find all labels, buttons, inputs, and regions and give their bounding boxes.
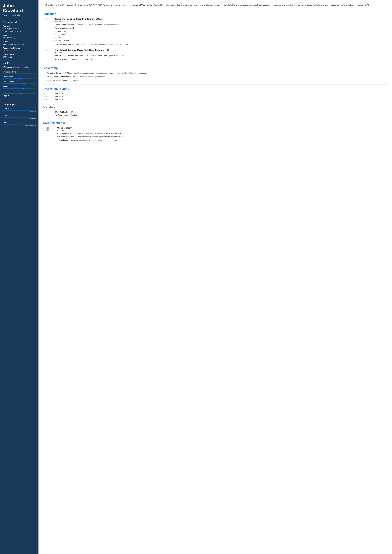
skill-item-0: Written and oral communication	[3, 66, 36, 69]
lang-item-2: GermanConversational	[3, 121, 36, 126]
award-year-2017: 2017	[42, 92, 51, 94]
skill-bar-bg-6	[3, 98, 36, 98]
skill-item-5: SQL	[3, 90, 36, 94]
lang-level-1: Advanced	[3, 118, 36, 119]
edu-activities-2015: Activities: Member, Athletics team Grade…	[55, 58, 388, 61]
work-date-1: 2015-06 -2015-09	[42, 127, 54, 142]
skill-bar-fill-5	[3, 93, 20, 94]
phone-label: Phone	[3, 34, 36, 36]
address-line1: 405 Hilgard Avenue	[3, 28, 36, 30]
skill-bar-bg-4	[3, 88, 36, 89]
skill-bar-fill-6	[3, 98, 23, 98]
lang-bar-bg-0	[3, 110, 36, 111]
work-job-title-1: Website Intern	[57, 127, 388, 129]
lang-item-1: SpanishAdvanced	[3, 114, 36, 119]
skill-bar-dot-2	[19, 78, 21, 79]
full-name: John Crawford	[3, 3, 36, 13]
skill-bar-fill-1	[3, 74, 26, 74]
leadership-item-1: Managing Editor at MindBuzz—an online ma…	[44, 72, 388, 75]
fav-item-3: Statistics	[55, 36, 388, 39]
work-bullet-1: Supported the optimization and revamping…	[57, 132, 388, 135]
divider-education	[42, 10, 388, 10]
address-line2: Los Angeles, CA 90095	[3, 30, 36, 33]
societies-title: Societies	[42, 106, 388, 109]
award-year-2015: 2015	[42, 98, 51, 100]
fav-item-1: Anthropology	[55, 30, 388, 33]
society-2: Phi Theta Kappa—Member	[42, 114, 388, 116]
education-entry-2015: 2015 High School Diploma, Myers Park Hig…	[42, 49, 388, 61]
award-2015: 2015 Dean's List	[42, 98, 388, 100]
education-title: Education	[42, 12, 388, 16]
skill-item-4: JavaScript	[3, 85, 36, 89]
lang-bar-bg-1	[3, 117, 36, 118]
leadership-item-2: Co-organizer and moderator—science-ficti…	[44, 75, 388, 78]
lang-level-0: Bilingual	[3, 111, 36, 112]
skill-item-1: Problem-solving	[3, 71, 36, 74]
work-company-1: FYI.com	[57, 129, 388, 132]
lang-bar-fill-2	[3, 124, 15, 125]
email-label: E-mail	[3, 41, 36, 43]
award-year-2016: 2016	[42, 95, 51, 97]
skills-section: Skills Written and oral communicationPro…	[0, 60, 38, 101]
skill-bar-dot-1	[26, 74, 28, 74]
work-bullets-1: Supported the optimization and revamping…	[57, 132, 388, 142]
award-val-2015: Dean's List	[55, 98, 63, 100]
lang-name-2: German	[3, 121, 36, 123]
job-title: Cognitive Scientist	[3, 14, 36, 16]
lang-bar-fill-1	[3, 117, 20, 118]
leadership-list: Managing Editor at MindBuzz—an online ma…	[44, 72, 388, 82]
edu-thesis-2017: Thesis title: Scientific Hypotheses as t…	[55, 23, 388, 26]
lang-level-2: Conversational	[3, 125, 36, 126]
skill-name-5: SQL	[3, 90, 36, 92]
edu-fav-list-2017: Anthropology Linguistics Statistics Comm…	[55, 30, 388, 42]
skill-bar-bg-2	[3, 78, 36, 79]
skill-bar-bg-5	[3, 93, 36, 94]
work-bullet-3: Conducted A/B testing: formulated hypoth…	[57, 139, 388, 142]
lang-bar-bg-2	[3, 124, 36, 125]
work-title: Work Experience	[42, 121, 388, 125]
skills-list: Written and oral communicationProblem-so…	[3, 66, 36, 98]
summary: Fresh graduate with a BA in Cognitive Sc…	[42, 3, 388, 7]
skill-bar-dot-4	[22, 88, 24, 89]
work-body-1: Website Intern FYI.com Supported the opt…	[57, 127, 388, 142]
dob-value: 1994-01-03	[3, 56, 36, 58]
skill-name-3: Collaboration	[3, 81, 36, 83]
languages-title: Languages	[3, 103, 36, 106]
education-entry-2017: 2017 Bachelor of Science, Cognitive Scie…	[42, 18, 388, 46]
edu-sat-2015: Combined SAT score: 1550 (Math: 750, Evi…	[55, 55, 388, 57]
award-2016: 2016 Dean's List	[42, 95, 388, 97]
lang-bar-fill-0	[3, 110, 32, 111]
skill-name-1: Problem-solving	[3, 71, 36, 73]
dob-label: Date of birth	[3, 53, 36, 55]
award-val-2017: Dean's List	[55, 92, 63, 94]
skill-name-2: Organization	[3, 76, 36, 78]
leadership-item-3: Team Leader—English Club Grade 9–12.	[44, 79, 388, 82]
awards-title: Awards and Honors	[42, 87, 388, 90]
skill-item-2: Organization	[3, 76, 36, 79]
work-bullet-2: Cooperated with SEO teams to identify re…	[57, 135, 388, 138]
fav-item-4: Communication	[55, 39, 388, 42]
skill-item-6: HTML5	[3, 95, 36, 98]
affiliation-label: Academic affiliation	[3, 47, 36, 49]
skill-name-0: Written and oral communication	[3, 66, 36, 68]
edu-year-2015: 2015	[42, 49, 51, 61]
skill-name-6: HTML5	[3, 95, 36, 97]
skill-item-3: Collaboration	[3, 81, 36, 84]
society-val-1: UCLA Golden Key—Member	[55, 111, 78, 113]
personal-info-title: Personal Info	[3, 21, 36, 24]
work-entry-1: 2015-06 -2015-09 Website Intern FYI.com …	[42, 127, 388, 142]
society-val-2: Phi Theta Kappa—Member	[55, 114, 77, 116]
leadership-title: Leadership	[42, 66, 388, 70]
skill-bar-bg-0	[3, 69, 36, 69]
edu-extra-2017: Extracurricular activities: Freelance co…	[55, 43, 388, 46]
skill-bar-fill-0	[3, 69, 21, 69]
email-value: john.crawford@gmail.com	[3, 43, 36, 46]
lang-item-0: FrenchBilingual	[3, 107, 36, 112]
award-2017: 2017 Dean's List	[42, 92, 388, 94]
phone-value: +1-123-456-7890	[3, 37, 36, 39]
skill-bar-dot-3	[23, 83, 25, 84]
skill-bar-dot-0	[21, 69, 23, 69]
award-val-2016: Dean's List	[55, 95, 63, 97]
languages-section: Languages FrenchBilingualSpanishAdvanced…	[0, 101, 38, 129]
sidebar: John Crawford Cognitive Scientist Person…	[0, 0, 38, 554]
